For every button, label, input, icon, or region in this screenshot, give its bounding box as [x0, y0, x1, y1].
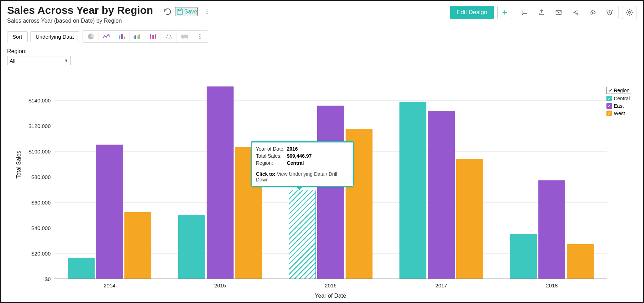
bar-east-2015[interactable] [207, 86, 234, 279]
legend-title: Region [614, 88, 629, 93]
svg-point-1 [207, 9, 208, 10]
x-tick-label: 2015 [202, 282, 238, 288]
bar-central-2017[interactable] [399, 102, 426, 279]
stacked-bar-icon[interactable] [145, 31, 161, 42]
filter-label: Region: [7, 48, 637, 55]
comment-icon[interactable] [516, 6, 533, 19]
y-tick-label: $140,000 [22, 97, 51, 103]
filter-value: All [10, 58, 16, 64]
line-chart-icon[interactable] [99, 31, 114, 42]
y-axis-title: Total Sales [16, 151, 22, 178]
page-title: Sales Across Year by Region [7, 4, 153, 16]
bar-central-2016[interactable] [289, 190, 316, 279]
share-icon[interactable] [567, 6, 584, 19]
underlying-data-button[interactable]: Underlying Data [30, 31, 79, 42]
chart-type-more-icon[interactable] [192, 31, 208, 42]
svg-point-9 [628, 11, 631, 13]
y-tick-label: $100,000 [22, 148, 51, 155]
save-label: Save [184, 9, 197, 15]
svg-point-28 [200, 34, 201, 35]
bar-east-2018[interactable] [538, 180, 565, 279]
chevron-down-icon: ▼ [64, 58, 68, 63]
svg-rect-11 [121, 34, 123, 39]
export-icon[interactable] [533, 6, 550, 19]
bar-west-2014[interactable] [124, 212, 151, 279]
x-tick-label: 2016 [313, 282, 348, 288]
svg-point-23 [166, 37, 167, 38]
bar-east-2016[interactable] [317, 106, 344, 279]
svg-rect-10 [119, 35, 120, 39]
chart-plot: $0$20,000$40,000$60,000$80,000$100,000$1… [54, 88, 607, 279]
bar-east-2014[interactable] [96, 145, 123, 279]
svg-rect-0 [177, 9, 183, 15]
more-icon[interactable] [201, 9, 213, 15]
svg-point-6 [577, 10, 578, 11]
svg-point-24 [167, 35, 168, 36]
svg-rect-20 [152, 37, 154, 39]
page-subtitle: Sales across Year (based on Date) by Reg… [7, 18, 153, 24]
region-filter-select[interactable]: All ▼ [7, 56, 71, 65]
svg-rect-12 [124, 37, 125, 39]
bar-west-2017[interactable] [456, 159, 483, 279]
x-tick-label: 2018 [534, 282, 570, 288]
x-axis-title: Year of Date [315, 293, 346, 299]
bar-central-2015[interactable] [178, 215, 205, 279]
y-tick-label: $120,000 [22, 123, 51, 129]
sort-button[interactable]: Sort [7, 31, 28, 42]
x-tick-label: 2017 [424, 282, 459, 288]
scatter-chart-icon[interactable] [161, 31, 177, 42]
checkbox-icon: ✓ [606, 96, 612, 101]
bar-central-2018[interactable] [510, 234, 537, 279]
svg-point-7 [577, 13, 578, 15]
cloud-icon[interactable] [584, 6, 601, 19]
svg-point-29 [200, 36, 201, 37]
y-tick-label: $80,000 [22, 174, 51, 180]
y-tick-label: $0 [22, 276, 51, 282]
x-tick-label: 2014 [92, 282, 127, 288]
y-tick-label: $20,000 [22, 251, 51, 257]
svg-point-25 [168, 38, 169, 39]
svg-point-3 [207, 13, 208, 14]
refresh-icon[interactable] [164, 6, 172, 17]
bar-west-2018[interactable] [567, 244, 594, 279]
svg-rect-15 [138, 35, 139, 39]
legend-item-east[interactable]: ✓ East [606, 103, 631, 109]
svg-point-5 [573, 12, 574, 13]
pie-chart-icon[interactable] [83, 31, 99, 42]
bar-chart-icon[interactable] [114, 31, 130, 42]
add-button[interactable]: + [497, 6, 512, 19]
svg-rect-13 [134, 36, 135, 39]
gear-icon[interactable] [622, 6, 637, 19]
grouped-bar-icon[interactable] [130, 31, 145, 42]
alarm-icon[interactable] [601, 6, 618, 19]
bar-central-2014[interactable] [68, 258, 95, 279]
legend-item-central[interactable]: ✓ Central [606, 96, 631, 101]
legend-item-west[interactable]: ✓ West [606, 111, 631, 116]
svg-rect-18 [150, 37, 151, 39]
y-tick-label: $40,000 [22, 225, 51, 231]
svg-rect-16 [139, 34, 140, 39]
svg-point-27 [170, 37, 172, 38]
svg-rect-14 [135, 35, 136, 39]
checkbox-icon: ✓ [606, 103, 612, 109]
map-chart-icon[interactable] [177, 31, 192, 42]
svg-rect-22 [155, 37, 156, 39]
bar-east-2017[interactable] [428, 111, 455, 279]
svg-point-26 [170, 35, 171, 37]
svg-point-2 [207, 11, 208, 12]
mail-icon[interactable] [550, 6, 567, 19]
y-tick-label: $60,000 [22, 200, 51, 206]
edit-design-button[interactable]: Edit Design [450, 6, 494, 19]
legend-toggle[interactable]: Region [606, 87, 631, 94]
svg-point-30 [200, 38, 201, 39]
save-button[interactable]: Save [175, 7, 198, 16]
checkbox-icon: ✓ [606, 111, 612, 116]
chart-tooltip: Year of Date:2016Total Sales:$69,446.97R… [251, 141, 354, 187]
